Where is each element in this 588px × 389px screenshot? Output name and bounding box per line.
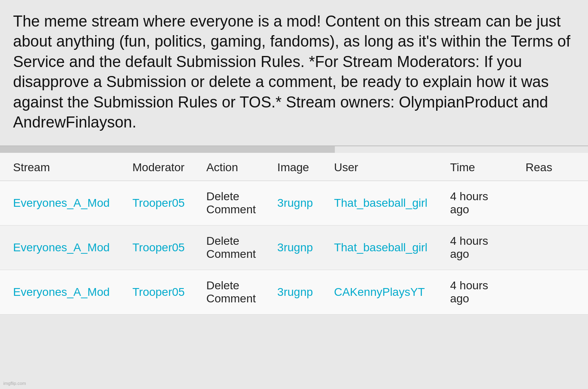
col-header-time: Time	[437, 153, 512, 181]
user-link[interactable]: That_baseball_girl	[334, 197, 428, 209]
action-cell: DeleteComment	[193, 270, 264, 315]
stream-link[interactable]: Everyones_A_Mod	[13, 286, 110, 298]
table-header-row: Stream Moderator Action Image User Time …	[0, 153, 588, 181]
col-header-image: Image	[264, 153, 321, 181]
moderator-link[interactable]: Trooper05	[132, 286, 185, 298]
table-row: Everyones_A_ModTrooper05DeleteComment3ru…	[0, 226, 588, 270]
image-link[interactable]: 3rugnp	[277, 286, 313, 298]
col-header-moderator: Moderator	[119, 153, 193, 181]
stream-link[interactable]: Everyones_A_Mod	[13, 241, 110, 254]
col-header-action: Action	[193, 153, 264, 181]
time-cell: 4 hours ago	[437, 226, 512, 270]
image-link[interactable]: 3rugnp	[277, 197, 313, 209]
table-section: Stream Moderator Action Image User Time …	[0, 153, 588, 315]
stream-link[interactable]: Everyones_A_Mod	[13, 197, 110, 209]
time-cell: 4 hours ago	[437, 181, 512, 226]
moderator-link[interactable]: Trooper05	[132, 197, 185, 209]
reason-cell	[512, 270, 588, 315]
divider-bar	[0, 146, 335, 153]
user-link[interactable]: That_baseball_girl	[334, 241, 428, 254]
moderation-table: Stream Moderator Action Image User Time …	[0, 153, 588, 315]
description-section: The meme stream where everyone is a mod!…	[0, 0, 588, 146]
action-cell: DeleteComment	[193, 181, 264, 226]
moderator-link[interactable]: Trooper05	[132, 241, 185, 254]
reason-cell	[512, 181, 588, 226]
action-cell: DeleteComment	[193, 226, 264, 270]
watermark: imgflip.com	[3, 381, 26, 386]
reason-cell	[512, 226, 588, 270]
description-text: The meme stream where everyone is a mod!…	[13, 11, 575, 132]
table-row: Everyones_A_ModTrooper05DeleteComment3ru…	[0, 181, 588, 226]
image-link[interactable]: 3rugnp	[277, 241, 313, 254]
col-header-reason: Reas	[512, 153, 588, 181]
table-row: Everyones_A_ModTrooper05DeleteComment3ru…	[0, 270, 588, 315]
col-header-user: User	[321, 153, 437, 181]
time-cell: 4 hours ago	[437, 270, 512, 315]
col-header-stream: Stream	[0, 153, 119, 181]
user-link[interactable]: CAKennyPlaysYT	[334, 286, 425, 298]
